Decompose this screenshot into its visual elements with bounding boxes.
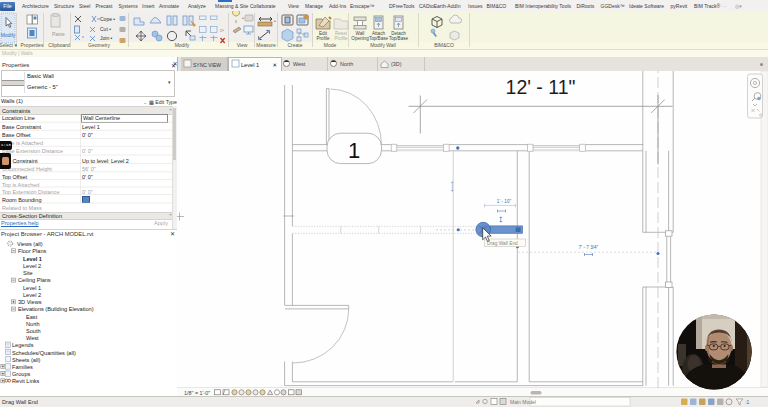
svg-text:Cope •: Cope • [100,16,115,22]
svg-text::1: :1 [745,399,749,405]
svg-text:Drag Wall End: Drag Wall End [487,241,518,246]
svg-text:c•: c• [220,28,224,33]
svg-text:1' - 10": 1' - 10" [497,199,512,204]
svg-text:1/8" = 1'-0": 1/8" = 1'-0" [184,390,210,396]
svg-text:7' - 7 3/4": 7' - 7 3/4" [579,245,599,250]
svg-text:Main Model: Main Model [510,399,536,405]
svg-text:•: • [274,18,276,24]
svg-text:•: • [242,15,244,21]
svg-text:1: 1 [348,138,360,163]
svg-text:Modify: Modify [1,32,16,38]
svg-text:12' - 11": 12' - 11" [506,76,576,98]
svg-text:Paste: Paste [52,31,65,37]
svg-text:Cut •: Cut • [100,26,111,32]
svg-text:Join •: Join • [100,35,113,41]
